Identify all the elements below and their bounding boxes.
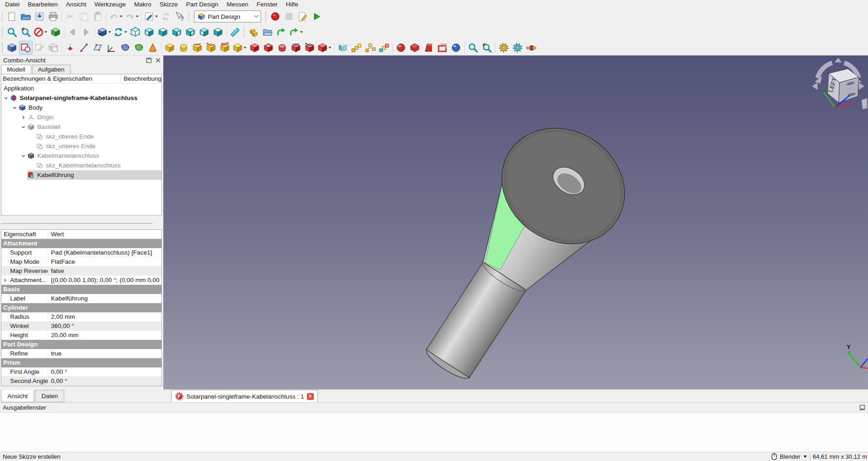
tree-item-applikation[interactable]: Applikation <box>1 83 161 93</box>
menu-fenster[interactable]: Fenster <box>252 0 282 8</box>
property-value[interactable]: [(0,00 0,00 1,00); 0,00 °; (0,00 mm 0,00… <box>48 277 161 283</box>
property-expander-icon[interactable] <box>1 276 9 284</box>
tree-item-basisteil[interactable]: Basisteil <box>1 122 161 132</box>
view-left-button[interactable] <box>211 25 225 39</box>
macro-play-button[interactable] <box>310 10 323 23</box>
menu-makro[interactable]: Makro <box>130 0 156 8</box>
viewport-3d[interactable]: LEFT Y <box>163 56 868 389</box>
property-value[interactable]: false <box>48 267 161 274</box>
cut-button[interactable]: ✂ <box>63 10 77 23</box>
additive-helix-button[interactable] <box>218 41 232 55</box>
menu-part-design[interactable]: Part Design <box>182 0 223 8</box>
paste-button[interactable] <box>91 10 105 23</box>
property-value[interactable]: FlatFace <box>48 258 161 265</box>
macro-stop-button[interactable] <box>282 10 296 23</box>
property-value[interactable]: 360,00 ° <box>48 322 161 329</box>
make-sub-link-button[interactable] <box>288 25 304 39</box>
tree-item-origin[interactable]: Origin <box>1 112 161 122</box>
make-link-button[interactable] <box>274 25 288 39</box>
view-isometric-button[interactable] <box>49 25 62 39</box>
create-body-button[interactable] <box>5 41 19 55</box>
nav-forward-button[interactable] <box>79 25 93 39</box>
tab-daten[interactable]: Daten <box>35 390 64 402</box>
linear-pattern-button[interactable] <box>350 41 363 55</box>
menu-bearbeiten[interactable]: Bearbeiten <box>24 0 62 8</box>
3d-canvas[interactable]: LEFT Y <box>163 56 868 389</box>
nav-style-selector[interactable]: Blender <box>780 453 801 460</box>
save-button[interactable] <box>33 10 46 23</box>
groove-button[interactable] <box>275 41 289 55</box>
open-file-button[interactable] <box>19 10 33 23</box>
subtractive-pipe-button[interactable] <box>303 41 317 55</box>
output-window-content[interactable] <box>0 413 868 452</box>
zoom-box-button[interactable] <box>19 25 33 39</box>
float-panel-icon[interactable] <box>146 57 152 63</box>
tree-item-skz-unteres-ende[interactable]: skz_unteres Ende <box>1 141 161 151</box>
close-panel-icon[interactable] <box>155 57 161 63</box>
nav-back-button[interactable] <box>66 25 79 39</box>
pocket-button[interactable] <box>248 41 262 55</box>
workbench-selector[interactable]: Part Design <box>194 11 261 22</box>
edit-mode-button[interactable] <box>143 10 159 23</box>
draw-style-button[interactable] <box>33 25 49 39</box>
revolution-button[interactable] <box>177 41 190 55</box>
menu-datei[interactable]: Datei <box>1 0 24 8</box>
toolbar-handle[interactable] <box>189 11 190 22</box>
mirrored-button[interactable] <box>336 41 350 55</box>
document-tab[interactable]: Solarpanel-singleframe-Kabelanschluss : … <box>171 390 318 402</box>
navcube-mini-cube[interactable] <box>862 98 867 109</box>
view-top-button[interactable] <box>156 25 170 39</box>
dock-panel-icon[interactable] <box>859 405 865 411</box>
toolbar-handle[interactable] <box>244 27 245 37</box>
involute-gear-button[interactable] <box>497 41 511 55</box>
tree-item-skz-kabelmantelanschluss[interactable]: skz_Kabelmantelanschluss <box>1 161 161 170</box>
fit-all-button[interactable] <box>5 25 19 39</box>
new-view-window-button[interactable] <box>96 25 112 39</box>
map-sketch-button[interactable] <box>46 41 60 55</box>
shaft-wizard-button[interactable] <box>524 41 538 55</box>
shape-binder-button[interactable] <box>118 41 132 55</box>
view-axonometric-button[interactable] <box>128 25 142 39</box>
clone-button[interactable] <box>146 41 160 55</box>
view-rear-button[interactable] <box>184 25 197 39</box>
additive-loft-button[interactable] <box>190 41 204 55</box>
hole-button[interactable] <box>262 41 275 55</box>
tree-item-solarpanel-singleframe-kabelanschluss[interactable]: Solarpanel-singleframe-Kabelanschluss <box>1 93 161 103</box>
create-part-button[interactable] <box>247 25 261 39</box>
polar-pattern-button[interactable] <box>363 41 377 55</box>
toolbar-handle[interactable] <box>2 11 3 22</box>
property-value[interactable]: 2,00 mm <box>48 313 161 320</box>
tab-modell[interactable]: Modell <box>1 65 31 74</box>
whats-this-button[interactable]: ? <box>173 10 187 23</box>
toolbar-handle[interactable] <box>2 43 3 53</box>
menu-skizze[interactable]: Skizze <box>156 0 182 8</box>
create-sketch-button[interactable] <box>19 41 33 55</box>
tree-header-description[interactable]: Beschreibung <box>121 74 161 83</box>
property-value[interactable]: 0,00 ° <box>48 378 161 384</box>
multi-transform-button[interactable] <box>377 41 391 55</box>
additive-primitive-button[interactable] <box>232 41 248 55</box>
view-bottom-button[interactable] <box>197 25 211 39</box>
property-value[interactable]: true <box>48 350 161 357</box>
sprocket-button[interactable] <box>511 41 524 55</box>
view-right-button[interactable] <box>170 25 184 39</box>
menu-hilfe[interactable]: Hilfe <box>282 0 302 8</box>
toolbar-handle[interactable] <box>2 27 3 37</box>
property-value[interactable]: 0,00 ° <box>48 368 161 375</box>
edit-sketch-button[interactable] <box>33 41 46 55</box>
menu-ansicht[interactable]: Ansicht <box>62 0 90 8</box>
toolbar-handle[interactable] <box>265 11 267 22</box>
undo-button[interactable] <box>108 10 124 23</box>
pad-button[interactable] <box>163 41 177 55</box>
thickness-button[interactable] <box>435 41 449 55</box>
tree-item-body[interactable]: Body <box>1 103 161 112</box>
sync-view-button[interactable] <box>112 25 128 39</box>
tree-item-skz-oberes-ende[interactable]: skz_oberes Ende <box>1 132 161 141</box>
measure-distance-button[interactable] <box>228 25 242 39</box>
sub-shape-binder-button[interactable] <box>132 41 146 55</box>
subtractive-loft-button[interactable] <box>289 41 303 55</box>
chamfer-button[interactable] <box>408 41 422 55</box>
datum-plane-button[interactable] <box>91 41 105 55</box>
refresh-button[interactable] <box>159 10 173 23</box>
menu-messen[interactable]: Messen <box>223 0 252 8</box>
